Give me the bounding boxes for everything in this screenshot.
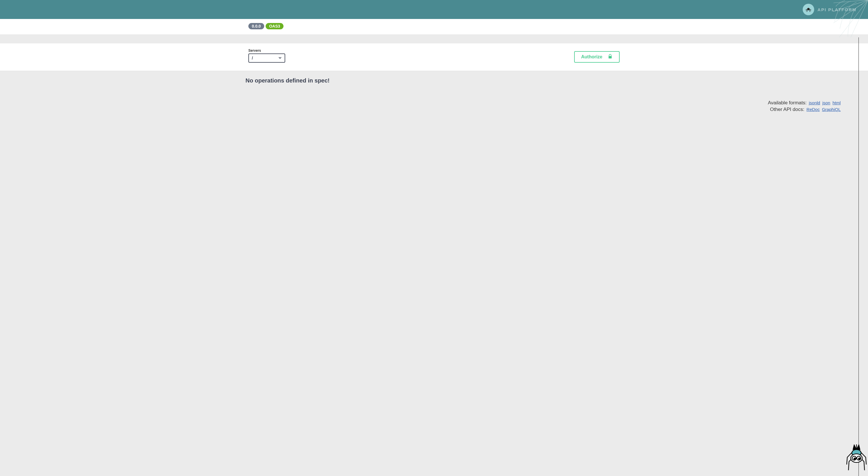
- formats-section: Available formats: jsonld json html Othe…: [0, 87, 868, 116]
- brand-logo[interactable]: API Platform: [803, 4, 857, 15]
- svg-point-6: [807, 9, 808, 9]
- authorize-button[interactable]: Authorize: [574, 51, 620, 63]
- docs-link-redoc[interactable]: ReDoc: [806, 107, 820, 112]
- brand-icon: [803, 4, 814, 15]
- format-link-html[interactable]: html: [833, 100, 841, 105]
- oas-badge: OAS3: [266, 23, 283, 29]
- badges-row: 0.0.0 OAS3: [248, 23, 620, 29]
- svg-line-13: [809, 10, 810, 12]
- authorize-label: Authorize: [581, 54, 602, 60]
- servers-label: Servers: [248, 48, 285, 53]
- svg-line-12: [807, 10, 808, 12]
- svg-line-4: [834, 0, 868, 3]
- servers-section: Servers / Authorize: [0, 43, 868, 71]
- svg-point-7: [809, 9, 809, 9]
- server-select[interactable]: /: [248, 54, 285, 63]
- format-link-json[interactable]: json: [822, 100, 830, 105]
- version-badge: 0.0.0: [248, 23, 264, 29]
- lock-icon: [608, 54, 613, 60]
- available-formats-label: Available formats:: [768, 100, 807, 105]
- divider: [0, 35, 868, 43]
- app-header: API Platform: [0, 0, 868, 19]
- brand-text: API Platform: [818, 7, 857, 12]
- docs-link-graphiql[interactable]: GraphiQL: [822, 107, 841, 112]
- no-operations-message: No operations defined in spec!: [246, 77, 622, 84]
- info-section: 0.0.0 OAS3: [0, 19, 868, 35]
- operations-section: No operations defined in spec!: [246, 71, 622, 87]
- other-docs-label: Other API docs:: [770, 107, 804, 112]
- svg-rect-14: [609, 56, 612, 58]
- format-link-jsonld[interactable]: jsonld: [809, 100, 820, 105]
